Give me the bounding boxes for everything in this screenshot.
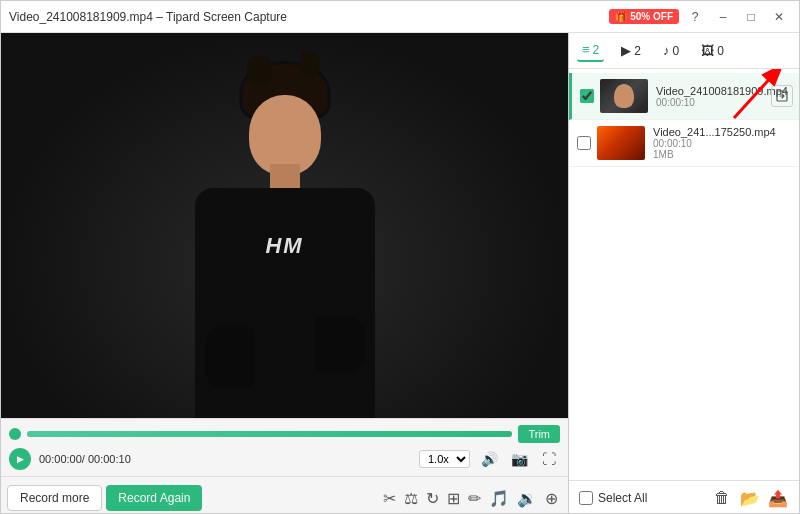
playback-row: ▶ 00:00:00/ 00:00:10 1.0x 0.5x 1.5x 2.0x… bbox=[9, 448, 560, 470]
progress-start-dot bbox=[9, 428, 21, 440]
audio-tab-icon: ♪ bbox=[663, 43, 670, 58]
list-icon: ≡ bbox=[582, 42, 590, 57]
controls-area: Trim ▶ 00:00:00/ 00:00:10 1.0x 0.5x 1.5x… bbox=[1, 418, 568, 476]
person-face bbox=[249, 95, 321, 175]
bottom-right-icons: ✂ ⚖ ↻ ⊞ ✏ 🎵 🔉 ⊕ bbox=[373, 485, 568, 512]
video-icon: ▶ bbox=[621, 43, 631, 58]
speed-select[interactable]: 1.0x 0.5x 1.5x 2.0x bbox=[419, 450, 470, 468]
right-tabs: ≡ 2 ▶ 2 ♪ 0 🖼 0 bbox=[569, 33, 799, 69]
file-thumb-1 bbox=[600, 79, 648, 113]
bottom-left-buttons: Record more Record Again bbox=[1, 481, 208, 514]
image-icon: 🖼 bbox=[701, 43, 714, 58]
copy-icon[interactable]: ⊞ bbox=[447, 489, 460, 508]
video-content: HM bbox=[1, 33, 568, 418]
record-more-button[interactable]: Record more bbox=[7, 485, 102, 511]
folder-button[interactable]: 📂 bbox=[739, 487, 761, 509]
tab-list[interactable]: ≡ 2 bbox=[577, 39, 604, 62]
right-bottom: Select All 🗑 📂 📤 bbox=[569, 480, 799, 514]
tab-list-count: 2 bbox=[593, 43, 600, 57]
tab-image-count: 0 bbox=[717, 44, 724, 58]
left-panel: HM Trim ▶ 00:00:00/ 00:00:10 bbox=[1, 33, 569, 514]
record-again-button[interactable]: Record Again bbox=[106, 485, 202, 511]
export-all-button[interactable]: 📤 bbox=[767, 487, 789, 509]
tab-video-count: 2 bbox=[634, 44, 641, 58]
title-bar-right: 🎁 50% OFF ? – □ ✕ bbox=[609, 5, 791, 29]
file-item-1[interactable]: Video_241008181909.mp4 00:00:10 bbox=[569, 73, 799, 120]
volume2-icon[interactable]: 🔉 bbox=[517, 489, 537, 508]
file-list: Video_241008181909.mp4 00:00:10 bbox=[569, 69, 799, 480]
play-button[interactable]: ▶ bbox=[9, 448, 31, 470]
time-display: 00:00:00/ 00:00:10 bbox=[39, 453, 131, 465]
title-bar: Video_241008181909.mp4 – Tipard Screen C… bbox=[1, 1, 799, 33]
tab-video[interactable]: ▶ 2 bbox=[616, 40, 646, 61]
maximize-button[interactable]: □ bbox=[739, 5, 763, 29]
select-all-checkbox[interactable] bbox=[579, 491, 593, 505]
file-info-2: Video_241...175250.mp4 00:00:10 1MB bbox=[653, 126, 791, 160]
file-item-2[interactable]: Video_241...175250.mp4 00:00:10 1MB bbox=[569, 120, 799, 167]
adjust-icon[interactable]: ⚖ bbox=[404, 489, 418, 508]
help-button[interactable]: ? bbox=[683, 5, 707, 29]
file-duration-2: 00:00:10 bbox=[653, 138, 791, 149]
volume-icon[interactable]: 🔊 bbox=[478, 448, 500, 470]
audio-icon[interactable]: 🎵 bbox=[489, 489, 509, 508]
rotate-icon[interactable]: ↻ bbox=[426, 489, 439, 508]
main-layout: HM Trim ▶ 00:00:00/ 00:00:10 bbox=[1, 33, 799, 514]
file-checkbox-2[interactable] bbox=[577, 136, 591, 150]
title-bar-left: Video_241008181909.mp4 – Tipard Screen C… bbox=[9, 10, 287, 24]
promo-badge[interactable]: 🎁 50% OFF bbox=[609, 9, 679, 24]
window-title: Video_241008181909.mp4 – Tipard Screen C… bbox=[9, 10, 287, 24]
tab-audio-count: 0 bbox=[672, 44, 679, 58]
edit-icon[interactable]: ✏ bbox=[468, 489, 481, 508]
right-action-icons: 🗑 📂 📤 bbox=[711, 487, 789, 509]
select-all-label: Select All bbox=[598, 491, 647, 505]
tab-image[interactable]: 🖼 0 bbox=[696, 40, 729, 61]
video-area: HM bbox=[1, 33, 568, 418]
progress-bar-row: Trim bbox=[9, 425, 560, 443]
export-button-1[interactable] bbox=[771, 85, 793, 107]
file-thumb-2 bbox=[597, 126, 645, 160]
progress-bar-container[interactable] bbox=[27, 431, 512, 437]
file-checkbox-1[interactable] bbox=[580, 89, 594, 103]
right-panel: ≡ 2 ▶ 2 ♪ 0 🖼 0 bbox=[569, 33, 799, 514]
bottom-row: Record more Record Again ✂ ⚖ ↻ ⊞ ✏ 🎵 🔉 ⊕ bbox=[1, 476, 568, 514]
fullscreen-icon[interactable]: ⛶ bbox=[538, 448, 560, 470]
hoodie-text: HM bbox=[265, 233, 303, 259]
more-icon[interactable]: ⊕ bbox=[545, 489, 558, 508]
tab-audio[interactable]: ♪ 0 bbox=[658, 40, 684, 61]
progress-bar-fill bbox=[27, 431, 512, 437]
minimize-button[interactable]: – bbox=[711, 5, 735, 29]
close-button[interactable]: ✕ bbox=[767, 5, 791, 29]
file-name-2: Video_241...175250.mp4 bbox=[653, 126, 791, 138]
camera-icon[interactable]: 📷 bbox=[508, 448, 530, 470]
cut-icon[interactable]: ✂ bbox=[383, 489, 396, 508]
delete-button[interactable]: 🗑 bbox=[711, 487, 733, 509]
file-size-2: 1MB bbox=[653, 149, 791, 160]
select-all-area: Select All bbox=[579, 491, 647, 505]
trim-button[interactable]: Trim bbox=[518, 425, 560, 443]
